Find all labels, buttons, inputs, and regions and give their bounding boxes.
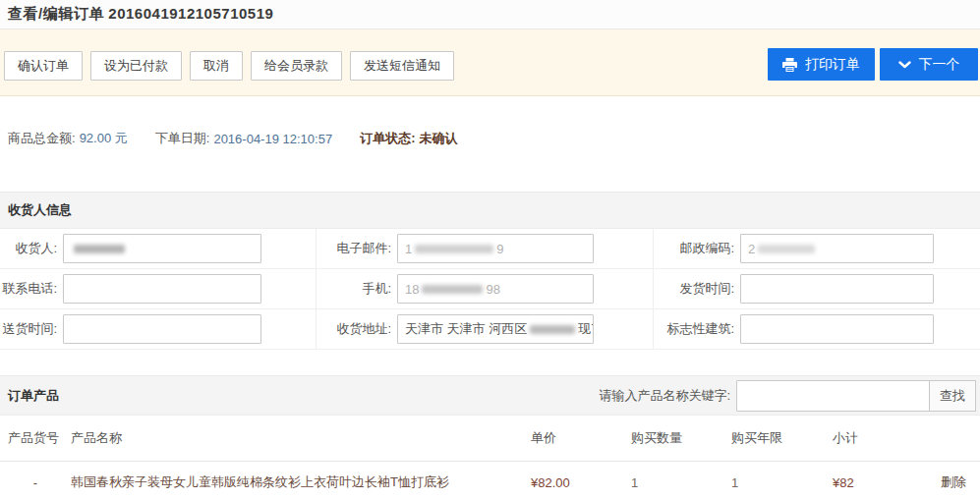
order-summary-section: 商品总金额: 92.00 元 下单日期: 2016-04-19 12:10:57…: [0, 96, 980, 192]
total-amount-value: 92.00 元: [80, 130, 128, 147]
contact-phone-input[interactable]: [63, 274, 261, 304]
products-section-header: 订单产品 请输入产品名称关键字: 查找: [0, 375, 980, 416]
col-header-sku: 产品货号: [0, 429, 71, 447]
landmark-label: 标志性建筑:: [654, 320, 734, 338]
print-order-label: 打印订单: [805, 56, 860, 74]
field-delivery-time: 送货时间:: [0, 309, 317, 350]
redacted-value: [530, 325, 575, 334]
mobile-value-prefix: 18: [405, 282, 419, 297]
postal-code-label: 邮政编码:: [654, 240, 734, 257]
table-row: - 韩国春秋亲子装母女儿童韩版纯棉条纹衫上衣荷叶边长袖T恤打底衫 ¥82.00 …: [0, 462, 980, 500]
print-order-button[interactable]: 打印订单: [768, 48, 875, 81]
products-table-header: 产品货号 产品名称 单价 购买数量 购买年限 小计: [0, 416, 980, 462]
page-title: 查看/编辑订单 2016041912105710519: [8, 5, 273, 24]
product-search-input[interactable]: [736, 380, 930, 412]
mobile-input[interactable]: 18 98: [397, 274, 594, 304]
delivery-time-input[interactable]: [63, 314, 261, 344]
total-amount-label: 商品总金额:: [8, 130, 76, 147]
order-status-value: 未确认: [419, 130, 457, 147]
postal-code-input[interactable]: 2: [740, 234, 934, 263]
recipient-section-title: 收货人信息: [8, 201, 72, 219]
ship-time-label: 发货时间:: [654, 280, 734, 298]
order-toolbar: 确认订单 设为已付款 取消 给会员录款 发送短信通知 打印订单 下一个: [0, 29, 980, 96]
recipient-section-header: 收货人信息: [0, 192, 980, 229]
address-label: 收货地址:: [317, 320, 391, 338]
field-email: 电子邮件: 1 9: [317, 229, 654, 269]
col-header-price: 单价: [531, 429, 631, 447]
field-postal-code: 邮政编码: 2: [654, 229, 980, 269]
contact-phone-label: 联系电话:: [0, 280, 57, 298]
col-header-name: 产品名称: [71, 429, 531, 447]
recipient-name-label: 收货人:: [0, 240, 57, 257]
product-search-area: 请输入产品名称关键字: 查找: [599, 380, 976, 412]
mobile-value-suffix: 98: [486, 282, 499, 297]
recipient-form: 收货人: 电子邮件: 1 9 邮政编码: 2 联系电话: 手机: 18 98: [0, 229, 980, 350]
field-recipient-name: 收货人:: [0, 229, 317, 269]
col-header-years: 购买年限: [731, 429, 833, 447]
record-payment-button[interactable]: 给会员录款: [251, 51, 342, 81]
ship-time-input[interactable]: [740, 274, 934, 304]
postal-code-value-prefix: 2: [748, 242, 755, 256]
product-price: ¥82.00: [531, 475, 631, 490]
send-sms-button[interactable]: 发送短信通知: [350, 51, 454, 81]
email-value-prefix: 1: [405, 242, 412, 256]
product-name: 韩国春秋亲子装母女儿童韩版纯棉条纹衫上衣荷叶边长袖T恤打底衫: [71, 473, 531, 491]
chevron-down-icon: [898, 61, 911, 69]
product-search-label: 请输入产品名称关键字:: [599, 387, 730, 405]
email-input[interactable]: 1 9: [397, 234, 594, 263]
mobile-label: 手机:: [317, 280, 391, 298]
order-summary-row: 商品总金额: 92.00 元 下单日期: 2016-04-19 12:10:57…: [8, 130, 980, 147]
email-label: 电子邮件:: [317, 240, 391, 257]
field-contact-phone: 联系电话:: [0, 269, 317, 309]
mark-paid-button[interactable]: 设为已付款: [90, 51, 182, 81]
redacted-value: [415, 245, 493, 253]
product-sku: -: [0, 475, 71, 490]
confirm-order-button[interactable]: 确认订单: [4, 51, 83, 81]
toolbar-right-group: 打印订单 下一个: [768, 48, 978, 81]
redacted-value: [422, 285, 483, 294]
product-subtotal: ¥82: [833, 475, 926, 490]
order-status-group: 订单状态: 未确认: [360, 130, 457, 147]
redacted-value: [74, 245, 125, 253]
field-landmark: 标志性建筑:: [654, 309, 980, 350]
address-value-suffix: 现7: [578, 320, 594, 338]
printer-icon: [782, 58, 797, 72]
product-search-button[interactable]: 查找: [929, 380, 976, 412]
field-address: 收货地址: 天津市 天津市 河西区 现7: [317, 309, 654, 350]
landmark-input[interactable]: [740, 314, 934, 344]
col-header-qty: 购买数量: [631, 429, 731, 447]
product-years: 1: [731, 475, 833, 490]
address-input[interactable]: 天津市 天津市 河西区 现7: [397, 314, 594, 344]
product-actions: 删除: [926, 473, 980, 491]
order-date-value: 2016-04-19 12:10:57: [213, 132, 332, 146]
email-value-suffix: 9: [496, 242, 503, 256]
recipient-name-input[interactable]: [63, 234, 261, 263]
products-section-title: 订单产品: [8, 387, 59, 405]
address-value-prefix: 天津市 天津市 河西区: [405, 320, 527, 338]
next-order-label: 下一个: [919, 56, 960, 74]
order-date-group: 下单日期: 2016-04-19 12:10:57: [155, 130, 332, 147]
delete-product-link[interactable]: 删除: [941, 474, 966, 489]
order-status-label: 订单状态:: [360, 130, 415, 147]
total-amount-group: 商品总金额: 92.00 元: [8, 130, 128, 147]
field-mobile: 手机: 18 98: [317, 269, 654, 309]
cancel-button[interactable]: 取消: [190, 51, 243, 81]
next-order-button[interactable]: 下一个: [880, 48, 978, 81]
order-date-label: 下单日期:: [155, 130, 210, 147]
field-ship-time: 发货时间:: [654, 269, 980, 309]
toolbar-left-group: 确认订单 设为已付款 取消 给会员录款 发送短信通知: [4, 51, 454, 81]
page-title-bar: 查看/编辑订单 2016041912105710519: [0, 0, 980, 29]
redacted-value: [758, 245, 815, 253]
col-header-subtotal: 小计: [833, 429, 926, 447]
delivery-time-label: 送货时间:: [0, 320, 57, 338]
product-qty: 1: [631, 475, 731, 490]
